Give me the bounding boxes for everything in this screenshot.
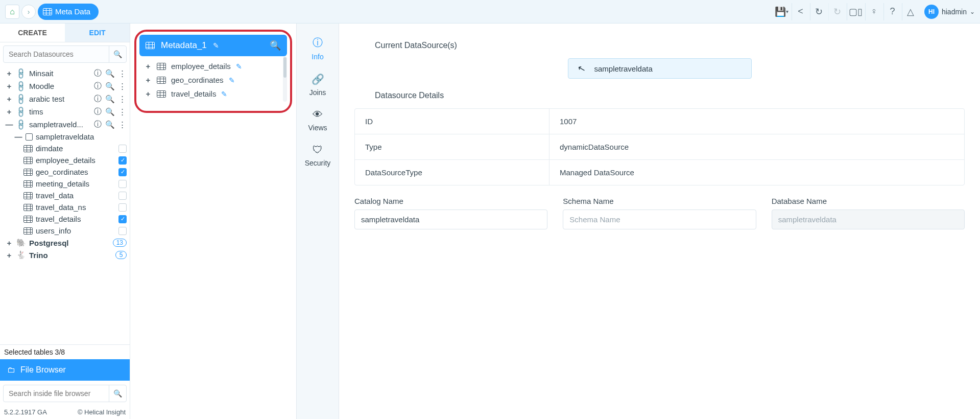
metadata-table-row[interactable]: +travel_details✎ [141, 87, 285, 101]
details-key: Type [355, 134, 549, 159]
more-icon[interactable]: ⋮ [117, 107, 127, 117]
info-icon[interactable]: ⓘ [93, 68, 102, 78]
metadata-table-label: travel_details [171, 89, 216, 98]
info-icon: ⓘ [313, 36, 323, 50]
help-icon[interactable]: ? [883, 3, 901, 20]
breadcrumb-current[interactable]: Meta Data [38, 4, 99, 20]
more-icon[interactable]: ⋮ [117, 95, 127, 104]
toolbar-right: 💾▾ < ↻ ↻ ▢▯ ♀ ? △ HI hiadmin ⌄ [773, 3, 975, 20]
chevron-down-icon: ⌄ [970, 8, 975, 15]
table-checkbox[interactable] [118, 168, 127, 176]
metadata-table-label: employee_details [171, 62, 231, 71]
share-icon[interactable]: < [792, 3, 809, 20]
search-files-input[interactable] [4, 385, 109, 402]
edit-icon[interactable]: ✎ [213, 41, 219, 50]
table-label: travel_data_ns [36, 203, 86, 212]
datasource-row[interactable]: +🐇Trino5 [0, 249, 130, 261]
breadcrumb-separator: › [21, 5, 36, 19]
table-label: dimdate [36, 144, 63, 153]
info-icon[interactable]: ⓘ [93, 120, 102, 129]
table-checkbox[interactable] [118, 180, 127, 188]
table-checkbox[interactable] [118, 203, 127, 212]
metadata-table-row[interactable]: +employee_details✎ [141, 59, 285, 73]
schema-row[interactable]: —sampletraveldata [0, 131, 130, 143]
vnav-info[interactable]: ⓘInfo [297, 30, 339, 67]
trino-icon: 🐇 [16, 250, 26, 260]
table-checkbox[interactable] [118, 192, 127, 200]
table-row[interactable]: dimdate [0, 143, 130, 154]
details-row: DataSourceTypeManaged DataSource [355, 159, 964, 185]
schema-label: sampletraveldata [36, 132, 94, 141]
datasource-row[interactable]: +🐘Postgresql13 [0, 237, 130, 249]
more-icon[interactable]: ⋮ [117, 120, 127, 129]
table-row[interactable]: users_info [0, 225, 130, 237]
edit-icon[interactable]: ✎ [236, 62, 242, 71]
magnifier-icon[interactable]: 🔍 [105, 120, 114, 129]
datasource-label: Moodle [29, 82, 54, 90]
table-checkbox[interactable] [118, 145, 127, 153]
scrollbar[interactable] [283, 56, 287, 102]
metadata-table-row[interactable]: +geo_cordinates✎ [141, 73, 285, 87]
table-row[interactable]: employee_details [0, 154, 130, 166]
table-row[interactable]: travel_data [0, 190, 130, 201]
table-row[interactable]: geo_cordinates [0, 166, 130, 178]
details-value: Managed DataSource [549, 160, 964, 185]
info-icon[interactable]: ⓘ [93, 94, 102, 104]
details-row: TypedynamicDataSource [355, 134, 964, 159]
magnifier-icon[interactable]: 🔍 [105, 95, 114, 104]
details-heading: Datasource Details [375, 91, 965, 100]
hint-icon[interactable]: ♀ [865, 3, 882, 20]
table-icon [146, 42, 155, 49]
edit-icon[interactable]: ✎ [229, 76, 235, 84]
tab-edit[interactable]: EDIT [65, 24, 130, 42]
magnifier-icon[interactable]: 🔍 [105, 82, 114, 91]
home-button[interactable]: ⌂ [5, 5, 19, 19]
current-datasource-chip[interactable]: ↖ sampletraveldata [568, 58, 752, 79]
search-datasources-input[interactable] [4, 46, 109, 62]
more-icon[interactable]: ⋮ [117, 69, 127, 78]
search-icon[interactable]: 🔍 [109, 385, 126, 402]
vnav-joins[interactable]: 🔗Joins [297, 67, 339, 103]
user-menu[interactable]: HI hiadmin ⌄ [924, 5, 975, 19]
search-icon[interactable]: 🔍 [270, 40, 281, 51]
vnav-label: Views [308, 124, 327, 132]
refresh-icon[interactable]: ↻ [810, 3, 827, 20]
details-row: ID1007 [355, 109, 964, 134]
file-browser-button[interactable]: 🗀 File Browser [0, 359, 130, 381]
table-row[interactable]: meeting_details [0, 178, 130, 190]
table-icon [157, 77, 166, 84]
datasource-row-open[interactable]: —🔗sampletraveld...ⓘ🔍⋮ [0, 118, 130, 131]
magnifier-icon[interactable]: 🔍 [105, 69, 114, 78]
table-row[interactable]: travel_details [0, 213, 130, 225]
sidebar: CREATE EDIT 🔍 +🔗Minsaitⓘ🔍⋮ +🔗Moodleⓘ🔍⋮ +… [0, 24, 130, 419]
table-icon [23, 169, 33, 176]
table-checkbox[interactable] [118, 156, 127, 165]
vnav-label: Info [312, 53, 323, 61]
info-icon[interactable]: ⓘ [93, 107, 102, 117]
details-table: ID1007 TypedynamicDataSource DataSourceT… [354, 108, 965, 185]
more-icon[interactable]: ⋮ [117, 82, 127, 91]
search-icon[interactable]: 🔍 [109, 46, 126, 62]
tab-create[interactable]: CREATE [0, 24, 65, 42]
table-icon [23, 204, 33, 211]
save-dropdown-icon[interactable]: 💾▾ [773, 3, 791, 20]
info-icon[interactable]: ⓘ [93, 81, 102, 91]
magnifier-icon[interactable]: 🔍 [105, 107, 114, 117]
vnav-views[interactable]: 👁Views [297, 103, 339, 138]
schema-name-input[interactable] [563, 210, 756, 229]
table-row[interactable]: travel_data_ns [0, 201, 130, 213]
panel-icon[interactable]: ▢▯ [847, 3, 864, 20]
table-icon [157, 63, 166, 70]
datasource-row[interactable]: +🔗timsⓘ🔍⋮ [0, 105, 130, 118]
datasource-row[interactable]: +🔗Moodleⓘ🔍⋮ [0, 80, 130, 92]
datasource-row[interactable]: +🔗arabic testⓘ🔍⋮ [0, 92, 130, 105]
table-icon [157, 90, 166, 98]
datasource-row[interactable]: +🔗Minsaitⓘ🔍⋮ [0, 67, 130, 80]
metadata-header[interactable]: Metadata_1 ✎ 🔍 [139, 35, 287, 56]
notifications-icon[interactable]: △ [902, 3, 919, 20]
vnav-security[interactable]: 🛡Security [297, 138, 339, 173]
catalog-name-input[interactable] [354, 210, 547, 229]
table-checkbox[interactable] [118, 227, 127, 235]
edit-icon[interactable]: ✎ [221, 90, 227, 98]
table-checkbox[interactable] [118, 215, 127, 223]
